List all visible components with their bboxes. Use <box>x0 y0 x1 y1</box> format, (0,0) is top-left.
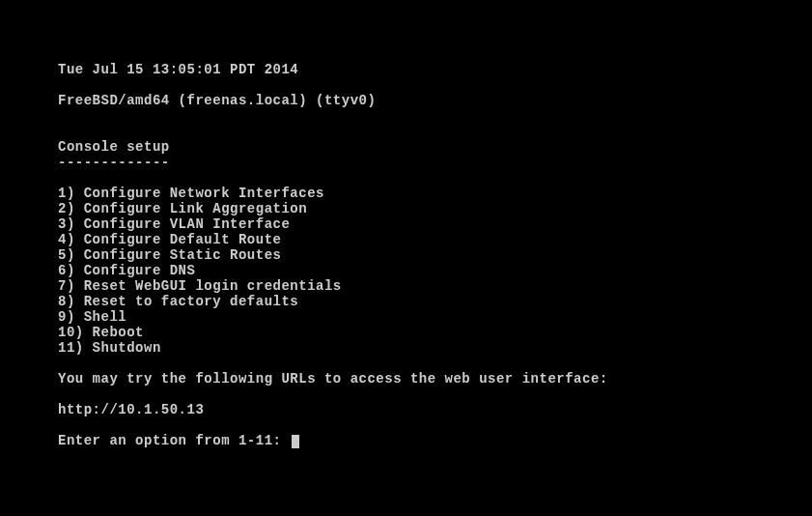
menu-option-10: 10) Reboot <box>58 325 754 340</box>
menu-option-8: 8) Reset to factory defaults <box>58 294 754 309</box>
menu-option-6: 6) Configure DNS <box>58 263 754 278</box>
menu-option-2: 2) Configure Link Aggregation <box>58 201 754 216</box>
blank-line <box>58 170 754 186</box>
menu-option-11: 11) Shutdown <box>58 340 754 356</box>
menu-option-9: 9) Shell <box>58 309 754 325</box>
menu-option-3: 3) Configure VLAN Interface <box>58 216 754 232</box>
menu-option-4: 4) Configure Default Route <box>58 232 754 247</box>
prompt-text: Enter an option from 1-11: <box>58 433 290 448</box>
menu-option-7: 7) Reset WebGUI login credentials <box>58 278 754 294</box>
blank-line <box>58 356 754 371</box>
cursor-icon <box>292 435 299 448</box>
blank-line <box>58 124 754 139</box>
url-intro: You may try the following URLs to access… <box>58 371 754 387</box>
url-line: http://10.1.50.13 <box>58 402 754 417</box>
menu-option-5: 5) Configure Static Routes <box>58 247 754 263</box>
prompt-line[interactable]: Enter an option from 1-11: <box>58 433 754 448</box>
blank-line <box>58 387 754 402</box>
section-divider: ------------- <box>58 155 754 170</box>
menu-option-1: 1) Configure Network Interfaces <box>58 186 754 201</box>
timestamp-line: Tue Jul 15 13:05:01 PDT 2014 <box>58 62 754 77</box>
system-line: FreeBSD/amd64 (freenas.local) (ttyv0) <box>58 93 754 108</box>
blank-line <box>58 77 754 93</box>
section-title: Console setup <box>58 139 754 155</box>
menu-list: 1) Configure Network Interfaces2) Config… <box>58 186 754 356</box>
blank-line <box>58 417 754 433</box>
blank-line <box>58 108 754 124</box>
